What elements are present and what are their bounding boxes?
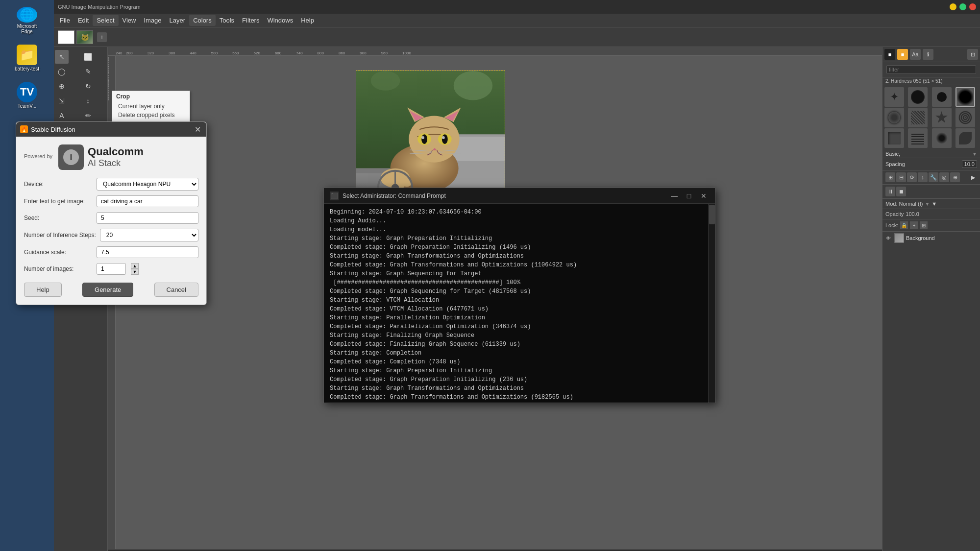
layer-row: 👁 Background bbox=[882, 231, 980, 244]
brush-cell-9[interactable] bbox=[884, 128, 904, 148]
brush-cell-7[interactable] bbox=[932, 108, 952, 127]
sd-help-btn[interactable]: Help bbox=[24, 283, 62, 297]
lock-label: Lock: bbox=[885, 222, 898, 228]
menu-edit[interactable]: Edit bbox=[74, 15, 93, 26]
tool-rotate[interactable]: ↻ bbox=[81, 79, 95, 93]
sd-close-btn[interactable]: ✕ bbox=[193, 124, 202, 134]
taskbar-icon-battery[interactable]: 📁 battery-test bbox=[11, 42, 43, 73]
gimp-minimize-btn[interactable] bbox=[950, 3, 956, 10]
panel-icon-background[interactable]: ■ bbox=[897, 49, 908, 60]
cmd-maximize-btn[interactable]: □ bbox=[684, 191, 694, 201]
lock-move-btn[interactable]: ⊞ bbox=[920, 221, 928, 229]
sd-device-select[interactable]: Qualcomm Hexagon NPU CPU GPU bbox=[97, 178, 198, 191]
crop-option-delete-pixels[interactable]: Delete cropped pixels bbox=[116, 111, 186, 120]
tool-pencil[interactable]: ✏ bbox=[81, 109, 95, 122]
sd-title-icon: 🔥 bbox=[20, 125, 28, 133]
brush-grid: ✦ bbox=[882, 85, 980, 150]
menu-windows[interactable]: Windows bbox=[263, 15, 297, 26]
cmd-controls: — □ ✕ bbox=[669, 191, 709, 201]
image-tab-cat[interactable]: 🐱 bbox=[76, 30, 93, 44]
tool-flip[interactable]: ↕ bbox=[81, 94, 95, 108]
tool-opt-4[interactable]: ↕ bbox=[918, 172, 928, 182]
images-increment-btn[interactable]: ▲ bbox=[131, 263, 139, 269]
sd-guidance-input[interactable] bbox=[97, 246, 198, 258]
tool-opt-3[interactable]: ⟳ bbox=[907, 172, 917, 182]
sd-text-input[interactable] bbox=[97, 195, 198, 207]
brush-cell-2[interactable] bbox=[908, 87, 928, 107]
stable-diffusion-dialog: 🔥 Stable Diffusion ✕ Powered by i Qualco… bbox=[16, 121, 207, 305]
menu-colors[interactable]: Colors bbox=[189, 15, 216, 26]
brush-cell-5[interactable] bbox=[884, 108, 904, 127]
taskbar-icon-teamviewer[interactable]: TV TeamV... bbox=[11, 79, 43, 111]
pause-btn[interactable]: ⏸ bbox=[885, 187, 895, 196]
sd-steps-select[interactable]: 20 30 50 bbox=[100, 229, 198, 241]
panel-icon-foreground[interactable]: ■ bbox=[884, 49, 895, 60]
qualcomm-text-area: Qualcomm AI Stack bbox=[88, 146, 144, 168]
tool-rect-select[interactable]: ⬜ bbox=[81, 50, 95, 64]
menu-view[interactable]: View bbox=[119, 15, 140, 26]
menu-help[interactable]: Help bbox=[297, 15, 318, 26]
tool-opt-5[interactable]: 🔧 bbox=[929, 172, 938, 182]
menu-filters[interactable]: Filters bbox=[238, 15, 263, 26]
image-tab-blank[interactable] bbox=[58, 30, 74, 44]
cmd-minimize-btn[interactable]: — bbox=[669, 191, 680, 201]
brush-cell-11[interactable] bbox=[932, 128, 952, 148]
menu-select[interactable]: Select bbox=[93, 15, 118, 26]
gimp-title: GNU Image Manipulation Program bbox=[58, 4, 141, 10]
tool-scale[interactable]: ⇲ bbox=[55, 94, 69, 108]
tool-opt-7[interactable]: ⊕ bbox=[950, 172, 960, 182]
brush-filter-input[interactable] bbox=[886, 65, 976, 74]
cmd-content[interactable]: Beginning: 2024-07-10 10:23:07.634656-04… bbox=[324, 204, 715, 403]
gimp-titlebar: GNU Image Manipulation Program bbox=[54, 0, 980, 14]
tool-move[interactable]: ↖ bbox=[55, 50, 69, 64]
panel-expand[interactable]: ▶ bbox=[969, 173, 977, 181]
menu-layer[interactable]: Layer bbox=[166, 15, 190, 26]
panel-icon-aa[interactable]: Aa bbox=[910, 49, 921, 60]
cmd-scrollbar[interactable] bbox=[708, 204, 715, 403]
cmd-scrollbar-thumb[interactable] bbox=[709, 205, 715, 224]
sd-guidance-row: Guidance scale: bbox=[24, 246, 198, 258]
gimp-close-btn[interactable] bbox=[969, 3, 976, 10]
sd-cancel-btn[interactable]: Cancel bbox=[154, 283, 198, 297]
gimp-maximize-btn[interactable] bbox=[959, 3, 966, 10]
tool-opt-1[interactable]: ⊞ bbox=[885, 172, 895, 182]
gimp-statusbar: Step:20 Seed:5 Guidance:7.5 Prompt: cat … bbox=[108, 549, 882, 551]
menu-file[interactable]: File bbox=[56, 15, 74, 26]
lock-paint-btn[interactable]: + bbox=[910, 221, 918, 229]
cmd-title: ⬛ Select Administrator: Command Prompt bbox=[330, 192, 446, 200]
images-decrement-btn[interactable]: ▼ bbox=[131, 269, 139, 275]
crop-option-current-layer[interactable]: Current layer only bbox=[116, 102, 186, 111]
preset-label-row: Basic, ▼ bbox=[882, 150, 980, 158]
sd-images-input[interactable] bbox=[97, 263, 126, 275]
tool-ellipse-select[interactable]: ◯ bbox=[55, 65, 69, 78]
brush-cell-4-selected[interactable] bbox=[956, 87, 975, 107]
stop-btn[interactable]: ⏹ bbox=[896, 187, 906, 196]
tool-free-select[interactable]: ✎ bbox=[81, 65, 95, 78]
tool-options-row: ⊞ ⊟ ⟳ ↕ 🔧 ◎ ⊕ ▶ bbox=[882, 170, 980, 185]
tool-crop[interactable]: ⊕ bbox=[55, 79, 69, 93]
menu-tools[interactable]: Tools bbox=[216, 15, 238, 26]
tool-opt-6[interactable]: ◎ bbox=[939, 172, 949, 182]
tool-opt-2[interactable]: ⊟ bbox=[896, 172, 906, 182]
panel-icon-maximize[interactable]: ⊡ bbox=[967, 49, 978, 60]
brush-cell-1[interactable]: ✦ bbox=[884, 87, 904, 107]
brush-cell-6[interactable] bbox=[908, 108, 928, 127]
taskbar-icon-edge[interactable]: 🌐 Microsoft Edge bbox=[11, 5, 43, 36]
menu-image[interactable]: Image bbox=[140, 15, 165, 26]
panel-icon-info[interactable]: ℹ bbox=[923, 49, 933, 60]
cmd-line-11: Completed stage: VTCM Allocation (647767… bbox=[330, 305, 709, 313]
brush-cell-12[interactable] bbox=[956, 128, 975, 148]
sd-seed-input[interactable] bbox=[97, 212, 198, 224]
spacing-value: 10.0 bbox=[962, 160, 977, 168]
brush-cell-10[interactable] bbox=[908, 128, 928, 148]
brush-cell-8[interactable] bbox=[956, 108, 975, 127]
sd-seed-row: Seed: bbox=[24, 212, 198, 224]
spacing-row: Spacing 10.0 bbox=[882, 158, 980, 170]
new-tab-btn[interactable]: + bbox=[97, 32, 107, 42]
tool-text[interactable]: A bbox=[55, 109, 69, 122]
lock-alpha-btn[interactable]: 🔒 bbox=[900, 221, 908, 229]
cmd-window: ⬛ Select Administrator: Command Prompt —… bbox=[323, 188, 715, 403]
brush-cell-3[interactable] bbox=[932, 87, 952, 107]
cmd-close-btn[interactable]: ✕ bbox=[698, 191, 709, 201]
sd-generate-btn[interactable]: Generate bbox=[82, 283, 133, 297]
